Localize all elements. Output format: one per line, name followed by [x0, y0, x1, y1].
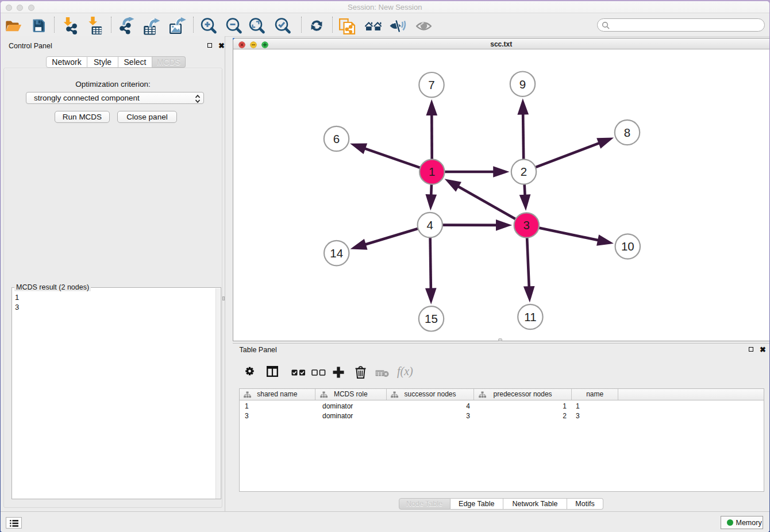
svg-text:3: 3	[523, 218, 530, 232]
svg-text:1: 1	[429, 165, 435, 178]
svg-text:8: 8	[624, 126, 630, 139]
svg-text:4: 4	[427, 218, 433, 232]
svg-text:10: 10	[621, 240, 634, 253]
svg-text:11: 11	[524, 310, 536, 323]
svg-text:6: 6	[333, 132, 340, 145]
svg-text:14: 14	[330, 246, 343, 260]
svg-text:9: 9	[519, 78, 526, 91]
svg-text:7: 7	[428, 78, 434, 91]
svg-text:2: 2	[521, 165, 527, 178]
svg-text:15: 15	[425, 312, 438, 325]
